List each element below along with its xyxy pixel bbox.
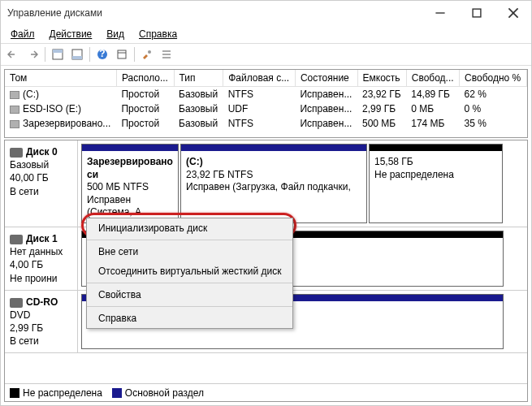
toolbar: ? [1,43,531,66]
context-menu: Инициализировать диск Вне сети Отсоедини… [86,218,293,329]
svg-rect-7 [72,56,82,59]
minimize-button[interactable] [422,1,458,25]
disk-info[interactable]: Диск 0Базовый40,00 ГБВ сети [5,140,78,227]
legend: Не распределена Основной раздел [5,383,527,401]
svg-rect-5 [53,50,63,53]
disk-info[interactable]: Диск 1Нет данных4,00 ГБНе проини [5,227,78,290]
partition[interactable]: Зарезервировано си500 МБ NTFSИсправен (С… [81,144,179,223]
partition[interactable]: (C:)23,92 ГБ NTFSИсправен (Загрузка, Фай… [180,144,367,223]
table-row[interactable]: ESD-ISO (E:)ПростойБазовыйUDFИсправен...… [5,102,527,116]
disk-row: Диск 0Базовый40,00 ГБВ сетиЗарезервирова… [5,140,527,227]
close-button[interactable] [495,1,531,25]
forward-button[interactable] [24,45,41,63]
svg-rect-1 [473,9,481,17]
back-button[interactable] [4,45,22,63]
col-status[interactable]: Состояние [295,70,357,87]
list-button[interactable] [158,45,175,63]
context-properties[interactable]: Свойства [87,285,292,304]
disk-info[interactable]: CD-RODVD2,99 ГБВ сети [5,291,78,353]
menubar: Файл Действие Вид Справка [1,25,531,43]
context-detach-vhd[interactable]: Отсоединить виртуальный жесткий диск [87,261,292,281]
disk-icon [10,148,23,158]
col-free-pct[interactable]: Свободно % [460,70,527,87]
partition-stripe [370,145,502,151]
partition-stripe [181,145,366,151]
context-offline[interactable]: Вне сети [87,242,292,261]
volume-icon [10,106,19,114]
volume-header-row: Том Располо... Тип Файловая с... Состоян… [5,70,527,87]
settings-button[interactable] [138,45,156,63]
menu-help[interactable]: Справка [132,27,184,41]
legend-unalloc: Не распределена [10,387,102,399]
legend-primary: Основной раздел [112,387,204,399]
disk-icon [10,235,23,244]
col-free[interactable]: Свобод... [406,70,459,87]
svg-text:?: ? [99,49,105,59]
table-row[interactable]: Зарезервировано...ПростойБазовыйNTFSИспр… [5,116,527,131]
refresh-button[interactable] [113,45,131,63]
context-init-disk[interactable]: Инициализировать диск [87,218,292,238]
table-row[interactable]: (C:)ПростойБазовыйNTFSИсправен...23,92 Г… [5,87,527,102]
col-type[interactable]: Тип [174,70,223,87]
menu-file[interactable]: Файл [4,27,41,41]
svg-point-12 [148,50,151,54]
col-fs[interactable]: Файловая с... [223,70,296,87]
volume-icon [10,91,19,99]
menu-action[interactable]: Действие [43,27,99,41]
svg-rect-10 [118,50,126,58]
disk-icon [10,298,23,308]
maximize-button[interactable] [458,1,495,25]
col-capacity[interactable]: Емкость [357,70,406,87]
partition[interactable]: 15,58 ГБНе распределена [369,144,503,223]
menu-view[interactable]: Вид [100,27,131,41]
volume-list[interactable]: Том Располо... Тип Файловая с... Состоян… [4,69,528,138]
view-bottom-button[interactable] [68,45,86,63]
col-volume[interactable]: Том [5,70,116,87]
view-top-button[interactable] [49,45,67,63]
titlebar: Управление дисками [1,1,531,25]
disk-layout: Зарезервировано си500 МБ NTFSИсправен (С… [78,140,527,227]
disk-panels: Диск 0Базовый40,00 ГБВ сетиЗарезервирова… [4,140,528,402]
col-layout[interactable]: Располо... [116,70,174,87]
partition-stripe [82,145,178,151]
help-button[interactable]: ? [93,45,111,63]
window-title: Управление дисками [7,7,422,19]
context-help[interactable]: Справка [87,309,292,328]
volume-icon [10,120,19,128]
